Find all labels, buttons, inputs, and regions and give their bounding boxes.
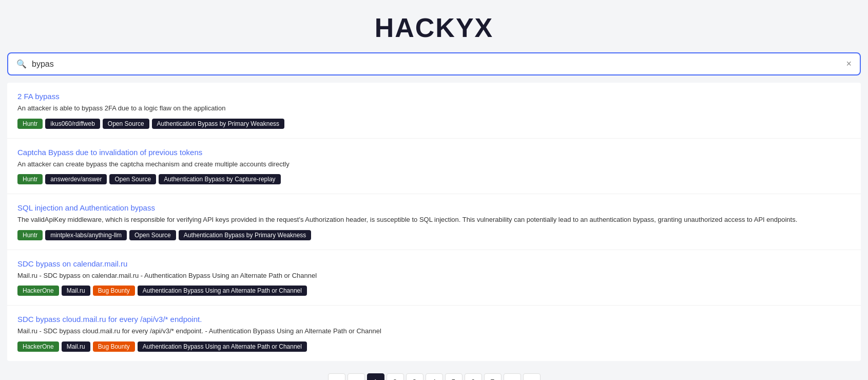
header: HACKYX xyxy=(0,0,868,52)
tag-open-source[interactable]: Open Source xyxy=(109,174,156,184)
results-container: 2 FA bypassAn attacker is able to bypass… xyxy=(7,83,861,361)
tag-open-source[interactable]: Open Source xyxy=(129,230,176,240)
list-item: SQL injection and Authentication bypassT… xyxy=(7,194,861,250)
pagination-prev[interactable]: ‹ xyxy=(348,373,365,381)
pagination: «‹1234567›» xyxy=(0,361,868,381)
search-input[interactable] xyxy=(32,60,841,69)
site-title: HACKYX xyxy=(0,12,868,43)
tag-open-source[interactable]: Open Source xyxy=(103,119,149,129)
tag-huntr[interactable]: Huntr xyxy=(17,230,43,240)
tag-cwe[interactable]: Authentication Bypass by Primary Weaknes… xyxy=(179,230,312,240)
pagination-page-4[interactable]: 4 xyxy=(426,373,443,381)
search-container: 🔍 × xyxy=(0,52,868,83)
result-description: An attacker is able to bypass 2FA due to… xyxy=(17,103,851,113)
pagination-page-6[interactable]: 6 xyxy=(465,373,482,381)
tag-repo[interactable]: ikus060/rdiffweb xyxy=(45,119,100,129)
result-title[interactable]: SDC bypass on calendar.mail.ru xyxy=(17,259,851,268)
pagination-page-7[interactable]: 7 xyxy=(484,373,501,381)
tag-repo[interactable]: mintplex-labs/anything-llm xyxy=(45,230,127,240)
result-tags: Huntrikus060/rdiffwebOpen SourceAuthenti… xyxy=(17,119,851,129)
tag-mailru[interactable]: Mail.ru xyxy=(62,286,90,296)
result-description: Mail.ru - SDC bypass on calendar.mail.ru… xyxy=(17,271,851,281)
result-title[interactable]: SDC bypass cloud.mail.ru for every /api/… xyxy=(17,315,851,324)
result-description: The validApiKey middleware, which is res… xyxy=(17,215,851,225)
tag-cwe[interactable]: Authentication Bypass Using an Alternate… xyxy=(138,341,307,352)
pagination-last[interactable]: » xyxy=(523,373,541,381)
tag-cwe[interactable]: Authentication Bypass by Capture-replay xyxy=(159,174,280,184)
result-title[interactable]: Captcha Bypass due to invalidation of pr… xyxy=(17,148,851,157)
result-description: An attacker can create bypass the captch… xyxy=(17,159,851,169)
result-tags: Huntrmintplex-labs/anything-llmOpen Sour… xyxy=(17,230,851,240)
search-icon: 🔍 xyxy=(16,59,27,69)
tag-hackerone[interactable]: HackerOne xyxy=(17,341,59,352)
result-tags: Huntranswerdev/answerOpen SourceAuthenti… xyxy=(17,174,851,184)
tag-hackerone[interactable]: HackerOne xyxy=(17,286,59,296)
tag-huntr[interactable]: Huntr xyxy=(17,119,43,129)
list-item: SDC bypass on calendar.mail.ruMail.ru - … xyxy=(7,250,861,306)
tag-cwe[interactable]: Authentication Bypass Using an Alternate… xyxy=(138,286,307,296)
result-title[interactable]: 2 FA bypass xyxy=(17,92,851,101)
list-item: 2 FA bypassAn attacker is able to bypass… xyxy=(7,83,861,139)
tag-huntr[interactable]: Huntr xyxy=(17,174,43,184)
pagination-page-5[interactable]: 5 xyxy=(445,373,462,381)
tag-cwe[interactable]: Authentication Bypass by Primary Weaknes… xyxy=(152,119,285,129)
pagination-page-2[interactable]: 2 xyxy=(387,373,404,381)
tag-bug-bounty[interactable]: Bug Bounty xyxy=(93,286,135,296)
result-tags: HackerOneMail.ruBug BountyAuthentication… xyxy=(17,341,851,352)
pagination-next[interactable]: › xyxy=(504,373,521,381)
tag-mailru[interactable]: Mail.ru xyxy=(62,341,90,352)
list-item: Captcha Bypass due to invalidation of pr… xyxy=(7,139,861,195)
tag-bug-bounty[interactable]: Bug Bounty xyxy=(93,341,135,352)
clear-icon[interactable]: × xyxy=(846,59,852,69)
list-item: SDC bypass cloud.mail.ru for every /api/… xyxy=(7,306,861,361)
result-description: Mail.ru - SDC bypass cloud.mail.ru for e… xyxy=(17,326,851,336)
tag-repo[interactable]: answerdev/answer xyxy=(45,174,107,184)
result-tags: HackerOneMail.ruBug BountyAuthentication… xyxy=(17,286,851,296)
pagination-first[interactable]: « xyxy=(328,373,345,381)
pagination-page-3[interactable]: 3 xyxy=(406,373,423,381)
pagination-page-1[interactable]: 1 xyxy=(367,373,384,381)
search-box: 🔍 × xyxy=(7,52,861,75)
result-title[interactable]: SQL injection and Authentication bypass xyxy=(17,203,851,212)
